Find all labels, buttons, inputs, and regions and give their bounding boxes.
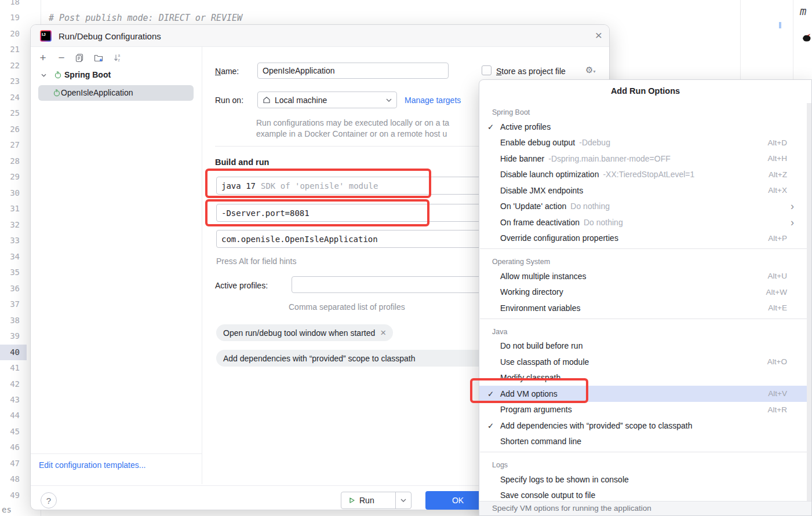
line-number-41: 41 (0, 360, 20, 376)
run-on-hint-line2: example in a Docker Container or on a re… (256, 129, 447, 138)
chevron-down-icon[interactable] (41, 74, 46, 77)
chip-open-run-debug-tool-window[interactable]: Open run/debug tool window when started … (216, 324, 393, 341)
menu-item-shortcut: Alt+X (768, 186, 787, 195)
line-number-25: 25 (0, 105, 20, 121)
editor-partial-text: es (2, 505, 12, 514)
menu-item-label: Override configuration properties (500, 233, 618, 243)
menu-item-allow-multiple-instances[interactable]: Allow multiple instancesAlt+U (479, 268, 811, 284)
menu-item-shortcut: Alt+R (768, 405, 787, 414)
popup-scrollbar[interactable] (807, 103, 811, 501)
menu-item-label: Save console output to file (500, 491, 595, 500)
line-number-21: 21 (0, 42, 20, 57)
menu-item-shortcut: Alt+V (768, 389, 787, 398)
help-button[interactable]: ? (41, 492, 57, 508)
new-folder-icon[interactable] (92, 52, 105, 64)
menu-item-working-directory[interactable]: Working directoryAlt+W (479, 284, 811, 301)
menu-item-label: On frame deactivation (500, 218, 580, 227)
line-number-39: 39 (0, 328, 20, 344)
menu-item-label: Enable debug output (500, 138, 575, 147)
remove-configuration-button[interactable]: − (55, 52, 68, 64)
menu-item-add-dependencies-with-provided-scope-to-classpath[interactable]: ✓Add dependencies with “provided” scope … (479, 418, 811, 434)
line-number-22: 22 (0, 58, 20, 74)
menu-item-hint: Do nothing (584, 218, 623, 227)
copy-configuration-icon[interactable] (73, 52, 86, 64)
bird-icon (801, 32, 812, 42)
menu-item-shorten-command-line[interactable]: Shorten command line (479, 434, 811, 450)
menu-item-label: Add dependencies with “provided” scope t… (500, 421, 693, 430)
line-number-45: 45 (0, 424, 20, 440)
active-profiles-label: Active profiles: (215, 281, 268, 290)
annotation-rect-jdk-field (205, 169, 431, 198)
menu-item-environment-variables[interactable]: Environment variablesAlt+E (479, 300, 811, 316)
add-configuration-button[interactable]: + (37, 52, 49, 64)
line-number-19: 19 (0, 10, 20, 25)
panel-divider (202, 47, 202, 484)
line-number-36: 36 (0, 281, 20, 297)
tree-item-openisleapplication[interactable]: OpenIsleApplication (53, 88, 133, 97)
svg-text:a: a (118, 53, 121, 57)
run-on-label: Run on: (215, 96, 243, 105)
menu-item-override-configuration-properties[interactable]: Override configuration propertiesAlt+P (479, 230, 811, 247)
menu-item-label: Working directory (500, 287, 563, 297)
run-on-hint-line1: Run configurations may be executed local… (256, 118, 449, 127)
menu-item-label: Hide banner (500, 154, 544, 163)
line-number-46: 46 (0, 440, 20, 455)
submenu-arrow-icon: › (791, 201, 794, 211)
menu-item-shortcut: Alt+O (767, 357, 787, 366)
menu-item-program-arguments[interactable]: Program argumentsAlt+R (479, 402, 811, 418)
menu-item-label: Do not build before run (500, 341, 582, 350)
menu-item-shortcut: Alt+H (768, 154, 787, 163)
menu-item-enable-debug-output[interactable]: Enable debug output-DdebugAlt+D (479, 135, 811, 151)
chevron-down-icon[interactable] (396, 499, 411, 502)
name-value: OpenIsleApplication (263, 66, 335, 75)
popup-title: Add Run Options (479, 80, 811, 102)
menu-item-shortcut: Alt+D (768, 138, 787, 147)
line-number-44: 44 (0, 408, 20, 423)
menu-item-disable-launch-optimization[interactable]: Disable launch optimization-XX:TieredSto… (479, 167, 811, 183)
store-as-project-file-checkbox[interactable] (482, 65, 491, 75)
line-number-37: 37 (0, 297, 20, 312)
ok-button-label: OK (452, 496, 464, 505)
line-number-34: 34 (0, 249, 20, 265)
menu-item-shortcut: Alt+W (766, 288, 787, 297)
edit-configuration-templates-link[interactable]: Edit configuration templates... (39, 460, 145, 470)
menu-item-shortcut: Alt+E (768, 303, 787, 312)
close-icon[interactable]: × (591, 28, 606, 43)
chip-label: Add dependencies with “provided” scope t… (223, 354, 416, 363)
menu-separator (479, 246, 811, 251)
menu-item-shortcut: Alt+P (768, 234, 787, 243)
menu-item-use-classpath-of-module[interactable]: Use classpath of moduleAlt+O (479, 354, 811, 370)
gear-icon[interactable]: ⚙▾ (585, 65, 595, 75)
line-number-48: 48 (0, 471, 20, 487)
menu-item-specify-logs-to-be-shown-in-console[interactable]: Specify logs to be shown in console (479, 471, 811, 488)
menu-item-on-update-action[interactable]: On 'Update' actionDo nothing› (479, 199, 811, 215)
close-icon[interactable]: × (380, 327, 386, 339)
menu-item-label: Use classpath of module (500, 357, 589, 367)
dialog-title: Run/Debug Configurations (59, 31, 161, 41)
menu-item-hide-banner[interactable]: Hide banner-Dspring.main.banner-mode=OFF… (479, 151, 811, 167)
chip-add-dependencies-provided[interactable]: Add dependencies with “provided” scope t… (216, 350, 493, 367)
menu-section-header-java: Java (479, 321, 811, 338)
editor-right-text: m (800, 5, 806, 17)
build-and-run-heading: Build and run (215, 158, 269, 167)
sort-alphabetically-icon[interactable]: az (111, 52, 124, 64)
run-button[interactable]: Run (341, 492, 412, 509)
tree-item-spring-boot[interactable]: Spring Boot (54, 70, 111, 79)
left-panel-separator (31, 453, 202, 454)
menu-item-on-frame-deactivation[interactable]: On frame deactivationDo nothing› (479, 214, 811, 230)
menu-item-disable-jmx-endpoints[interactable]: Disable JMX endpointsAlt+X (479, 182, 811, 199)
line-number-29: 29 (0, 169, 20, 185)
line-number-43: 43 (0, 392, 20, 408)
run-on-select[interactable]: Local machine (257, 92, 397, 108)
menu-separator (479, 316, 811, 321)
menu-item-active-profiles[interactable]: ✓Active profiles (479, 119, 811, 135)
name-input[interactable]: OpenIsleApplication (257, 63, 449, 79)
line-number-23: 23 (0, 74, 20, 89)
menu-item-label: Active profiles (500, 122, 551, 131)
menu-item-do-not-build-before-run[interactable]: Do not build before run (479, 338, 811, 354)
main-class-input[interactable]: com.openisle.OpenIsleApplication (216, 230, 496, 248)
manage-targets-link[interactable]: Manage targets (405, 96, 461, 105)
menu-item-hint: -Ddebug (579, 138, 610, 147)
run-options-menu-body: Spring Boot✓Active profilesEnable debug … (479, 102, 811, 503)
svg-text:z: z (118, 58, 120, 62)
